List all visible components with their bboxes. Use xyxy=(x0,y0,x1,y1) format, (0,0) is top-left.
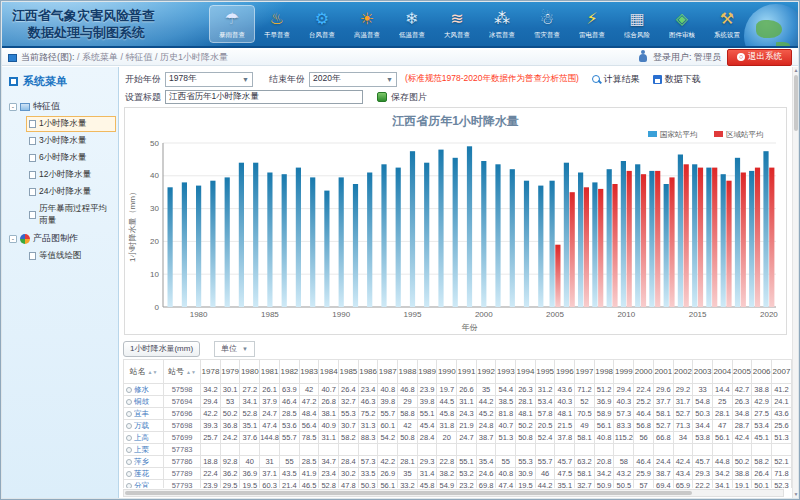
expand-row-icon[interactable] xyxy=(126,447,132,453)
value-cell: 26.8 xyxy=(319,396,339,408)
save-image-button[interactable]: 保存图片 xyxy=(391,91,427,104)
value-cell: 25.9 xyxy=(634,468,654,480)
nav-low-temp-survey[interactable]: ❄低温普查 xyxy=(390,6,434,42)
nav-label: 图件审核 xyxy=(662,30,702,39)
start-year-select[interactable]: 1978年▼ xyxy=(165,72,253,87)
collapse-icon[interactable]: - xyxy=(9,103,17,111)
value-cell: 50.8 xyxy=(516,432,536,444)
value-cell: 35.1 xyxy=(240,420,260,432)
nav-lightning-survey[interactable]: ⚡雷电普查 xyxy=(570,6,614,42)
value-cell: 26.9 xyxy=(378,468,398,480)
nav-snow-survey[interactable]: ☃雪灾普查 xyxy=(525,6,569,42)
calc-result-button[interactable]: 计算结果 xyxy=(592,73,640,86)
value-cell: 66.8 xyxy=(653,432,673,444)
value-cell: 42.4 xyxy=(732,432,752,444)
scroll-down-arrow[interactable]: ▼ xyxy=(793,491,799,498)
scrollbar-thumb[interactable] xyxy=(125,491,692,495)
value-cell: 24.2 xyxy=(220,432,240,444)
value-cell: 22.4 xyxy=(201,468,221,480)
sidebar-item[interactable]: 等值线绘图 xyxy=(26,248,116,264)
value-cell: 42.7 xyxy=(732,384,752,396)
expand-row-icon[interactable] xyxy=(126,435,132,441)
value-cell: 42.4 xyxy=(673,456,693,468)
expand-row-icon[interactable] xyxy=(126,423,132,429)
sidebar-item[interactable]: 历年暴雨过程平均雨量 xyxy=(26,201,116,229)
end-year-select[interactable]: 2020年▼ xyxy=(309,72,397,87)
value-cell: 28.4 xyxy=(417,432,437,444)
nav-rainstorm-survey[interactable]: ☂暴雨普查 xyxy=(210,6,254,42)
value-cell: 55 xyxy=(496,456,516,468)
expand-row-icon[interactable] xyxy=(126,471,132,477)
header: 江西省气象灾害风险普查 数据处理与制图系统 ☂暴雨普查♨干旱普查⚙台风普查☀高温… xyxy=(2,2,798,48)
station-name-link[interactable]: 铜鼓 xyxy=(124,396,164,408)
sidebar-item[interactable]: 1小时降水量 xyxy=(26,116,116,132)
value-cell: 31.1 xyxy=(457,396,477,408)
expand-row-icon[interactable] xyxy=(126,399,132,405)
collapse-icon[interactable]: - xyxy=(9,235,17,243)
station-name-link[interactable]: 万载 xyxy=(124,420,164,432)
nav-comprehensive-risk[interactable]: ▦综合风险 xyxy=(615,6,659,42)
sidebar-group-label: 产品图制作 xyxy=(33,232,78,245)
sidebar-group-0[interactable]: -特征值 xyxy=(2,98,118,115)
station-name-link[interactable]: 上栗 xyxy=(124,444,164,456)
sidebar-item[interactable]: 24小时降水量 xyxy=(26,184,116,200)
station-name-link[interactable]: 萍乡 xyxy=(124,456,164,468)
value-cell: 56.1 xyxy=(594,420,614,432)
value-cell: 28.1 xyxy=(516,396,536,408)
value-cell: 24.7 xyxy=(457,432,477,444)
svg-text:2010: 2010 xyxy=(617,310,635,319)
nav-map-review[interactable]: ◈图件审核 xyxy=(660,6,704,42)
year-column-header: 1986 xyxy=(358,360,378,384)
year-column-header: 2000 xyxy=(634,360,654,384)
chart-title: 江西省历年1小时降水量 xyxy=(125,108,786,130)
sidebar-title: 系统菜单 xyxy=(2,72,118,91)
value-cell: 37.9 xyxy=(260,396,280,408)
value-cell: 31 xyxy=(260,456,280,468)
value-cell: 21.9 xyxy=(457,420,477,432)
main-content: 开始年份 1978年▼ 结束年份 2020年▼ (标准规范1978-2020年数… xyxy=(119,67,792,498)
station-name-link[interactable]: 宜丰 xyxy=(124,408,164,420)
value-cell: 38.5 xyxy=(496,396,516,408)
value-cell: 45.1 xyxy=(752,432,772,444)
value-cell: 40.9 xyxy=(319,420,339,432)
station-name-link[interactable]: 修水 xyxy=(124,384,164,396)
chart-title-input[interactable]: 江西省历年1小时降水量 xyxy=(165,90,363,104)
sidebar-item[interactable]: 12小时降水量 xyxy=(26,167,116,183)
logout-button[interactable]: ○ 退出系统 xyxy=(727,49,792,66)
unit-filter-select[interactable]: 单位 ▼ xyxy=(214,341,255,357)
data-download-button[interactable]: 数据下载 xyxy=(653,73,701,86)
scrollbar-thumb[interactable] xyxy=(794,75,798,131)
value-cell: 60.1 xyxy=(378,420,398,432)
nav-drought-survey[interactable]: ♨干旱普查 xyxy=(255,6,299,42)
nav-wind-survey[interactable]: ≋大风普查 xyxy=(435,6,479,42)
station-name-link[interactable]: 分宜 xyxy=(124,480,164,489)
nav-system-settings[interactable]: ⚒系统设置 xyxy=(705,6,749,42)
station-name-link[interactable]: 莲花 xyxy=(124,468,164,480)
expand-row-icon[interactable] xyxy=(126,459,132,465)
nav-hail-survey[interactable]: ⁂冰雹普查 xyxy=(480,6,524,42)
station-id-header[interactable]: 站号▲▼ xyxy=(164,360,201,384)
value-cell: 24.7 xyxy=(260,408,280,420)
station-name-link[interactable]: 上高 xyxy=(124,432,164,444)
table-type-button[interactable]: 1小时降水量(mm) xyxy=(123,341,200,357)
breadcrumb[interactable]: / 系统菜单 / 特征值 / 历史1小时降水量 xyxy=(77,51,228,64)
scroll-up-arrow[interactable]: ▲ xyxy=(793,67,799,74)
expand-row-icon[interactable] xyxy=(126,483,132,488)
value-cell: 25.7 xyxy=(201,432,221,444)
value-cell: 47.5 xyxy=(555,468,575,480)
year-column-header: 2004 xyxy=(712,360,732,384)
sidebar-item[interactable]: 3小时降水量 xyxy=(26,133,116,149)
station-name-header[interactable]: 站名▲▼ xyxy=(124,360,164,384)
expand-row-icon[interactable] xyxy=(126,387,132,393)
sidebar-item[interactable]: 6小时降水量 xyxy=(26,150,116,166)
nav-typhoon-survey[interactable]: ⚙台风普查 xyxy=(300,6,344,42)
sidebar-group-1[interactable]: -产品图制作 xyxy=(2,230,118,247)
expand-row-icon[interactable] xyxy=(126,411,132,417)
svg-text:1995: 1995 xyxy=(404,310,422,319)
vertical-scrollbar[interactable]: ▲ ▼ xyxy=(792,67,798,498)
svg-text:1小时降水量（mm）: 1小时降水量（mm） xyxy=(128,188,137,262)
value-cell: 36.8 xyxy=(220,420,240,432)
horizontal-scrollbar[interactable] xyxy=(123,489,784,497)
value-cell: 45.8 xyxy=(417,480,437,489)
nav-high-temp-survey[interactable]: ☀高温普查 xyxy=(345,6,389,42)
